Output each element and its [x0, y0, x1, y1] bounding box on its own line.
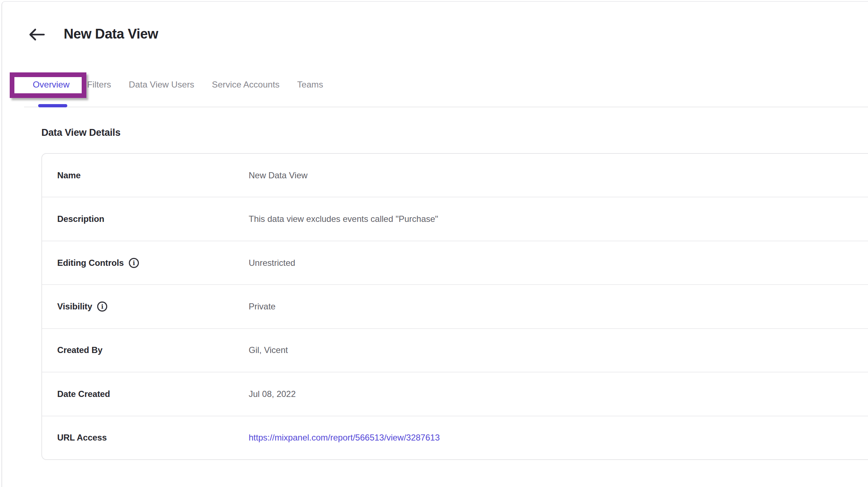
detail-row-url-access: URL Access https://mixpanel.com/report/5… [42, 416, 868, 459]
detail-row-date-created: Date Created Jul 08, 2022 [42, 372, 868, 416]
page-title: New Data View [64, 25, 158, 43]
row-label: URL Access [57, 433, 107, 443]
row-label-cell: Description [57, 214, 249, 224]
detail-row-name: Name New Data View [42, 154, 868, 197]
back-arrow-icon [28, 28, 45, 43]
tab-bar: Overview Filters Data View Users Service… [33, 79, 323, 91]
tab-data-view-users[interactable]: Data View Users [129, 79, 194, 91]
data-view-details-card: Name New Data View Description This data… [41, 153, 868, 460]
row-value: Private [249, 301, 276, 312]
row-value: New Data View [249, 170, 308, 180]
detail-row-description: Description This data view excludes even… [42, 197, 868, 241]
active-tab-indicator [38, 104, 67, 107]
row-label-cell: Created By [57, 345, 249, 355]
tab-service-accounts[interactable]: Service Accounts [212, 79, 280, 91]
row-value: This data view excludes events called "P… [249, 214, 438, 224]
row-label-cell: Name [57, 170, 249, 180]
section-heading: Data View Details [41, 126, 121, 139]
settings-page: New Data View Overview Filters Data View… [0, 0, 868, 487]
row-label-cell: Editing Controls i [57, 258, 249, 268]
detail-row-visibility: Visibility i Private [42, 285, 868, 329]
tab-teams[interactable]: Teams [297, 79, 323, 91]
tab-bar-divider [24, 107, 868, 107]
info-icon[interactable]: i [97, 301, 107, 312]
detail-row-editing-controls: Editing Controls i Unrestricted [42, 241, 868, 285]
row-label: Visibility [57, 301, 92, 312]
row-value: Jul 08, 2022 [249, 389, 296, 399]
tab-overview[interactable]: Overview [33, 79, 69, 91]
row-value: Gil, Vicent [249, 345, 288, 355]
info-icon[interactable]: i [129, 258, 139, 268]
row-label: Created By [57, 345, 103, 355]
url-access-link[interactable]: https://mixpanel.com/report/566513/view/… [249, 433, 440, 443]
row-label: Description [57, 214, 104, 224]
row-label: Editing Controls [57, 258, 124, 268]
row-label-cell: URL Access [57, 433, 249, 443]
row-label: Date Created [57, 389, 110, 399]
back-button[interactable] [28, 27, 45, 43]
row-label: Name [57, 170, 81, 180]
row-label-cell: Date Created [57, 389, 249, 399]
tab-filters[interactable]: Filters [87, 79, 111, 91]
row-label-cell: Visibility i [57, 301, 249, 312]
row-value: Unrestricted [249, 258, 295, 268]
detail-row-created-by: Created By Gil, Vicent [42, 329, 868, 372]
